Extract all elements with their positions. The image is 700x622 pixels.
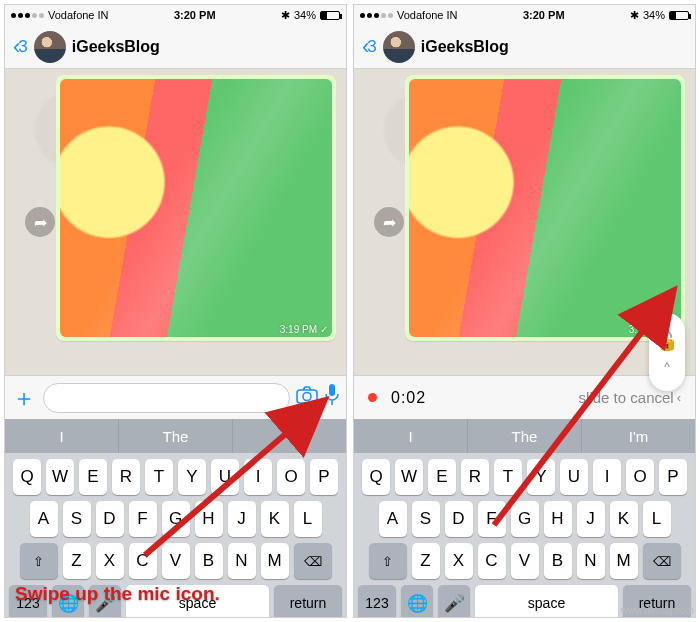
key-a[interactable]: A	[379, 501, 407, 537]
dictation-key[interactable]: 🎤	[438, 585, 470, 618]
suggestion[interactable]: The	[468, 419, 582, 453]
key-b[interactable]: B	[195, 543, 223, 579]
key-i[interactable]: I	[593, 459, 621, 495]
avatar[interactable]	[383, 31, 415, 63]
key-t[interactable]: T	[145, 459, 173, 495]
key-o[interactable]: O	[626, 459, 654, 495]
carrier-label: Vodafone IN	[48, 9, 109, 21]
battery-pct: 34%	[643, 9, 665, 21]
key-h[interactable]: H	[195, 501, 223, 537]
back-button[interactable]: ‹ 3	[362, 34, 377, 60]
camera-button[interactable]	[296, 386, 318, 409]
message-input[interactable]	[43, 383, 290, 413]
chat-title[interactable]: iGeeksBlog	[421, 38, 509, 56]
space-key[interactable]: space	[475, 585, 618, 618]
key-r[interactable]: R	[112, 459, 140, 495]
key-j[interactable]: J	[228, 501, 256, 537]
attach-button[interactable]: ＋	[11, 382, 37, 414]
suggestion[interactable]: I	[354, 419, 468, 453]
key-l[interactable]: L	[294, 501, 322, 537]
key-e[interactable]: E	[428, 459, 456, 495]
globe-key[interactable]: 🌐	[401, 585, 433, 618]
back-button[interactable]: ‹ 3	[13, 34, 28, 60]
key-b[interactable]: B	[544, 543, 572, 579]
suggestion[interactable]: The	[119, 419, 233, 453]
key-f[interactable]: F	[478, 501, 506, 537]
key-c[interactable]: C	[478, 543, 506, 579]
battery-icon	[669, 11, 689, 20]
backspace-key[interactable]: ⌫	[643, 543, 681, 579]
chat-body[interactable]: ➦ 3:19 PM ✓ 3:19 PM ✓	[5, 69, 346, 375]
signal-icon	[11, 13, 44, 18]
suggestion[interactable]: I'm	[582, 419, 695, 453]
attached-image[interactable]	[409, 79, 681, 337]
forward-icon[interactable]: ➦	[25, 207, 55, 237]
key-x[interactable]: X	[96, 543, 124, 579]
key-p[interactable]: P	[659, 459, 687, 495]
key-w[interactable]: W	[46, 459, 74, 495]
key-x[interactable]: X	[445, 543, 473, 579]
key-row-1: QWERTYUIOP	[5, 453, 346, 495]
key-z[interactable]: Z	[412, 543, 440, 579]
shift-key[interactable]: ⇧	[369, 543, 407, 579]
key-m[interactable]: M	[610, 543, 638, 579]
suggestion[interactable]	[233, 419, 346, 453]
key-i[interactable]: I	[244, 459, 272, 495]
key-p[interactable]: P	[310, 459, 338, 495]
key-y[interactable]: Y	[178, 459, 206, 495]
key-f[interactable]: F	[129, 501, 157, 537]
key-q[interactable]: Q	[13, 459, 41, 495]
key-g[interactable]: G	[162, 501, 190, 537]
key-d[interactable]: D	[96, 501, 124, 537]
key-k[interactable]: K	[610, 501, 638, 537]
key-n[interactable]: N	[228, 543, 256, 579]
slide-label: slide to cancel	[579, 389, 674, 406]
key-d[interactable]: D	[445, 501, 473, 537]
voice-lock-pill[interactable]: 🔓 ^	[649, 313, 685, 391]
chat-title[interactable]: iGeeksBlog	[72, 38, 160, 56]
keyboard[interactable]: I The I'm QWERTYUIOP ASDFGHJKL ⇧ ZXCVBNM…	[354, 419, 695, 618]
slide-to-cancel[interactable]: slide to cancel ‹	[579, 389, 681, 406]
backspace-key[interactable]: ⌫	[294, 543, 332, 579]
key-k[interactable]: K	[261, 501, 289, 537]
key-r[interactable]: R	[461, 459, 489, 495]
key-s[interactable]: S	[412, 501, 440, 537]
numbers-key[interactable]: 123	[358, 585, 396, 618]
lock-icon: 🔓	[656, 330, 678, 352]
message-bubble[interactable]: 3:19 PM ✓ 3:19 PM ✓	[405, 75, 685, 341]
key-o[interactable]: O	[277, 459, 305, 495]
message-bubble[interactable]: 3:19 PM ✓ 3:19 PM ✓	[56, 75, 336, 341]
avatar[interactable]	[34, 31, 66, 63]
key-v[interactable]: V	[511, 543, 539, 579]
key-u[interactable]: U	[560, 459, 588, 495]
timestamp-bottom: 3:19 PM	[280, 324, 317, 335]
key-g[interactable]: G	[511, 501, 539, 537]
key-s[interactable]: S	[63, 501, 91, 537]
key-y[interactable]: Y	[527, 459, 555, 495]
key-e[interactable]: E	[79, 459, 107, 495]
statusbar: Vodafone IN 3:20 PM ✱ 34%	[354, 5, 695, 25]
key-u[interactable]: U	[211, 459, 239, 495]
key-q[interactable]: Q	[362, 459, 390, 495]
watermark: www.deuaq.com	[621, 605, 694, 616]
forward-icon[interactable]: ➦	[374, 207, 404, 237]
attached-image[interactable]	[60, 79, 332, 337]
key-n[interactable]: N	[577, 543, 605, 579]
key-v[interactable]: V	[162, 543, 190, 579]
chat-header: ‹ 3 iGeeksBlog	[354, 25, 695, 69]
shift-key[interactable]: ⇧	[20, 543, 58, 579]
bluetooth-icon: ✱	[281, 9, 290, 22]
key-l[interactable]: L	[643, 501, 671, 537]
key-j[interactable]: J	[577, 501, 605, 537]
key-w[interactable]: W	[395, 459, 423, 495]
key-h[interactable]: H	[544, 501, 572, 537]
suggestion[interactable]: I	[5, 419, 119, 453]
return-key[interactable]: return	[274, 585, 342, 618]
key-a[interactable]: A	[30, 501, 58, 537]
mic-button[interactable]	[324, 383, 340, 413]
key-z[interactable]: Z	[63, 543, 91, 579]
key-t[interactable]: T	[494, 459, 522, 495]
key-c[interactable]: C	[129, 543, 157, 579]
chat-body[interactable]: ➦ 3:19 PM ✓ 3:19 PM ✓ 🔓 ^	[354, 69, 695, 375]
key-m[interactable]: M	[261, 543, 289, 579]
